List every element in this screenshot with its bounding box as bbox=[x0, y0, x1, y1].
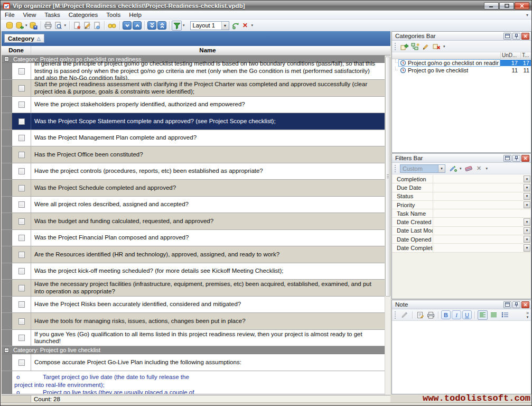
apply-layout-button[interactable] bbox=[230, 21, 240, 31]
move-down-button[interactable] bbox=[122, 21, 132, 31]
clear-filter-button[interactable] bbox=[464, 164, 473, 173]
menu-file[interactable]: File bbox=[1, 11, 19, 19]
layout-combobox[interactable]: Layout 1 ▼ bbox=[190, 21, 229, 30]
bold-button[interactable]: B bbox=[441, 310, 451, 319]
task-row[interactable]: oTarget project go live date (the date t… bbox=[2, 371, 385, 394]
filter-value-input[interactable] bbox=[433, 175, 523, 183]
task-row[interactable]: Have the Project Risks been accurately i… bbox=[2, 297, 385, 313]
filters-pin-icon[interactable] bbox=[512, 155, 520, 162]
menu-tasks[interactable]: Tasks bbox=[40, 11, 64, 19]
task-row[interactable]: Was the Project Scope Statement complete… bbox=[2, 113, 385, 130]
print-note-button[interactable] bbox=[426, 310, 435, 320]
category-label-cell[interactable]: Project go live checklist bbox=[398, 67, 500, 74]
category-tree-item[interactable]: Project go/no go checklist on readiness1… bbox=[392, 59, 531, 67]
delete-task-button[interactable] bbox=[92, 21, 102, 31]
bullet-list-button[interactable] bbox=[500, 310, 510, 320]
edit-category-button[interactable] bbox=[421, 42, 431, 51]
categories-toolbar-overflow-icon[interactable]: ▾ bbox=[442, 44, 446, 49]
filter-value-input[interactable] bbox=[433, 201, 523, 209]
filter-value-input[interactable] bbox=[433, 183, 523, 191]
task-row[interactable]: Have the necessary project facilities (i… bbox=[2, 280, 385, 297]
menu-tools[interactable]: Tools bbox=[102, 11, 125, 19]
task-checkbox[interactable] bbox=[18, 301, 25, 308]
delete-category-button[interactable] bbox=[432, 42, 441, 51]
column-header-total[interactable]: T... bbox=[520, 52, 531, 59]
add-subcategory-button[interactable] bbox=[410, 42, 420, 51]
category-tree-item[interactable]: Project go live checklist1111 bbox=[392, 67, 531, 74]
task-checkbox[interactable] bbox=[18, 185, 25, 191]
note-toolbar-overflow-icon[interactable]: »▾ bbox=[526, 311, 531, 319]
filter-row[interactable]: Date Completed▼ bbox=[392, 244, 531, 252]
open-database-dropdown-icon[interactable]: ▾ bbox=[24, 23, 29, 27]
task-row[interactable]: Have the tools for managing risks, issue… bbox=[2, 313, 385, 330]
filter-dropdown-icon[interactable]: ▼ bbox=[524, 201, 530, 208]
filter-dropdown-icon[interactable]: ▼ bbox=[524, 193, 530, 200]
task-row[interactable]: Start the project readiness assessment w… bbox=[2, 80, 385, 97]
filter-row[interactable]: Due Date▼ bbox=[392, 183, 531, 192]
underline-button[interactable]: U bbox=[462, 310, 472, 319]
task-checkbox[interactable] bbox=[18, 152, 25, 158]
task-row[interactable]: Has the Project Office been constituted? bbox=[2, 146, 385, 163]
task-checkbox[interactable] bbox=[18, 118, 25, 125]
task-row[interactable]: Are the Resources identified (HR and tec… bbox=[2, 246, 385, 263]
save-note-button[interactable] bbox=[400, 310, 409, 320]
column-header-undone[interactable]: UnD... bbox=[500, 52, 520, 59]
filter-value-input[interactable] bbox=[433, 244, 523, 252]
collapse-icon[interactable] bbox=[4, 57, 9, 61]
task-checkbox[interactable] bbox=[18, 201, 25, 208]
move-up-button[interactable] bbox=[132, 21, 142, 31]
filter-dropdown-icon[interactable]: ▾ bbox=[182, 23, 186, 27]
find-button[interactable] bbox=[107, 21, 117, 31]
filter-value-input[interactable] bbox=[433, 235, 523, 243]
delete-filter-button[interactable]: ✕ bbox=[474, 164, 484, 173]
filters-restore-icon[interactable] bbox=[503, 155, 511, 162]
group-by-category-button[interactable]: Category △ bbox=[4, 34, 44, 43]
menu-help[interactable]: Help bbox=[125, 11, 146, 19]
align-left-button[interactable] bbox=[478, 310, 488, 320]
task-checkbox[interactable] bbox=[18, 335, 25, 341]
print-preview-button[interactable] bbox=[53, 21, 63, 31]
note-restore-icon[interactable] bbox=[503, 301, 511, 308]
task-row[interactable]: In general the principle of project go/n… bbox=[2, 63, 385, 80]
task-checkbox[interactable] bbox=[18, 168, 25, 174]
edit-task-button[interactable] bbox=[82, 21, 92, 31]
toolbar-overflow-icon[interactable]: ▾ bbox=[250, 23, 255, 27]
align-justify-button[interactable] bbox=[489, 310, 499, 320]
open-database-button[interactable] bbox=[14, 21, 24, 31]
filter-dropdown-icon[interactable]: ▼ bbox=[524, 227, 530, 234]
layout-combobox-dropdown-icon[interactable]: ▼ bbox=[221, 22, 229, 30]
filter-preset-combobox[interactable]: Custom ▼ bbox=[400, 164, 445, 173]
move-to-top-button[interactable] bbox=[157, 21, 167, 31]
filter-row[interactable]: Completion▼ bbox=[392, 175, 531, 183]
delete-layout-button[interactable]: ✕ bbox=[240, 21, 250, 31]
filter-value-input[interactable] bbox=[433, 218, 523, 226]
task-row[interactable]: Were the project stakeholders properly i… bbox=[2, 97, 385, 113]
filter-value-input[interactable] bbox=[433, 209, 531, 217]
task-checkbox[interactable] bbox=[18, 102, 25, 108]
category-label-cell[interactable]: Project go/no go checklist on readiness bbox=[398, 59, 500, 67]
categories-restore-icon[interactable] bbox=[503, 33, 511, 40]
print-button[interactable] bbox=[43, 21, 53, 31]
task-checkbox[interactable] bbox=[18, 218, 25, 225]
menubar-overflow-icon[interactable]: ▾ bbox=[526, 13, 531, 17]
vertical-scrollbar[interactable] bbox=[385, 56, 390, 395]
insert-object-button[interactable] bbox=[415, 310, 425, 320]
filter-row[interactable]: Date Last Modified▼ bbox=[392, 227, 531, 235]
filter-button[interactable] bbox=[172, 21, 182, 31]
apply-filter-button[interactable] bbox=[448, 164, 458, 173]
filter-dropdown-icon[interactable]: ▼ bbox=[524, 184, 530, 191]
column-header-done[interactable]: Done bbox=[2, 46, 31, 55]
filter-dropdown-icon[interactable]: ▼ bbox=[524, 244, 530, 251]
filter-row[interactable]: Date Created▼ bbox=[392, 218, 531, 226]
task-row[interactable]: If you gave Yes (Go) qualification to al… bbox=[2, 330, 385, 346]
filter-preset-dropdown-icon[interactable]: ▼ bbox=[438, 165, 445, 172]
task-row[interactable]: Compose accurate Project Go-Live Plan in… bbox=[2, 354, 385, 371]
category-group-row[interactable]: Category: Project go live checklist bbox=[2, 346, 385, 354]
note-pin-icon[interactable] bbox=[512, 301, 520, 308]
scrollbar-thumb[interactable] bbox=[385, 57, 390, 297]
menu-view[interactable]: View bbox=[19, 11, 41, 19]
filter-row[interactable]: Status▼ bbox=[392, 192, 531, 201]
move-to-bottom-button[interactable] bbox=[147, 21, 157, 31]
filter-dropdown-icon[interactable]: ▼ bbox=[524, 236, 530, 243]
task-checkbox[interactable] bbox=[18, 252, 25, 258]
